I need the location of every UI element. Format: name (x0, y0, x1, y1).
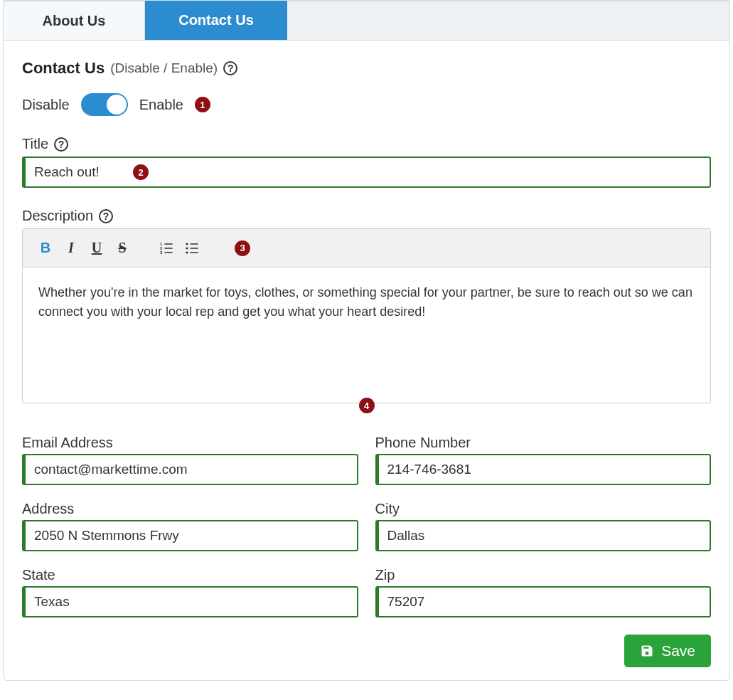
save-button-label: Save (661, 642, 695, 659)
phone-input[interactable] (375, 454, 712, 485)
step-badge-4: 4 (359, 398, 375, 413)
title-input[interactable] (22, 157, 711, 188)
unordered-list-icon (185, 241, 199, 255)
unordered-list-button[interactable] (182, 238, 202, 258)
section-subtitle: (Disable / Enable) (110, 60, 218, 76)
tabs: About Us Contact Us (3, 1, 730, 41)
title-label: Title (22, 136, 48, 152)
state-input[interactable] (22, 586, 358, 617)
help-icon[interactable]: ? (223, 61, 237, 75)
enable-toggle[interactable] (81, 93, 128, 116)
bold-button[interactable]: B (36, 238, 55, 258)
state-label: State (22, 567, 358, 583)
help-icon[interactable]: ? (54, 137, 68, 152)
svg-point-11 (186, 251, 188, 253)
toggle-off-label: Disable (22, 97, 70, 113)
toggle-on-label: Enable (139, 97, 183, 113)
tab-about-us[interactable]: About Us (3, 1, 145, 40)
ordered-list-icon: 123 (159, 241, 173, 255)
phone-label: Phone Number (375, 435, 712, 451)
zip-input[interactable] (375, 586, 712, 617)
step-badge-2: 2 (133, 164, 149, 180)
svg-point-9 (186, 243, 188, 245)
zip-label: Zip (375, 567, 712, 583)
toggle-knob (107, 95, 127, 115)
step-badge-1: 1 (195, 97, 210, 112)
city-input[interactable] (375, 520, 712, 551)
section-title: Contact Us (22, 59, 105, 78)
description-editor[interactable]: Whether you're in the market for toys, c… (23, 267, 710, 403)
strikethrough-button[interactable]: S (112, 238, 132, 258)
city-label: City (375, 501, 712, 517)
underline-button[interactable]: U (87, 238, 107, 258)
email-label: Email Address (22, 435, 358, 451)
svg-text:3: 3 (160, 250, 163, 255)
tab-label: Contact Us (178, 12, 254, 28)
email-input[interactable] (22, 454, 358, 485)
save-button[interactable]: Save (624, 635, 711, 667)
save-icon (640, 644, 654, 658)
italic-button[interactable]: I (61, 238, 81, 258)
step-badge-3: 3 (235, 240, 250, 256)
help-icon[interactable]: ? (99, 209, 113, 223)
address-label: Address (22, 501, 358, 517)
ordered-list-button[interactable]: 123 (156, 238, 176, 258)
rich-text-editor: B I U S 123 3 Whether you're in the mark… (22, 228, 711, 403)
description-label: Description (22, 208, 93, 224)
tab-label: About Us (43, 13, 106, 29)
address-input[interactable] (22, 520, 358, 551)
tab-contact-us[interactable]: Contact Us (145, 1, 287, 40)
rte-toolbar: B I U S 123 3 (23, 229, 710, 267)
svg-point-10 (186, 247, 188, 249)
contact-us-panel: Contact Us (Disable / Enable) ? Disable … (3, 41, 730, 681)
tabs-spacer (287, 1, 730, 40)
